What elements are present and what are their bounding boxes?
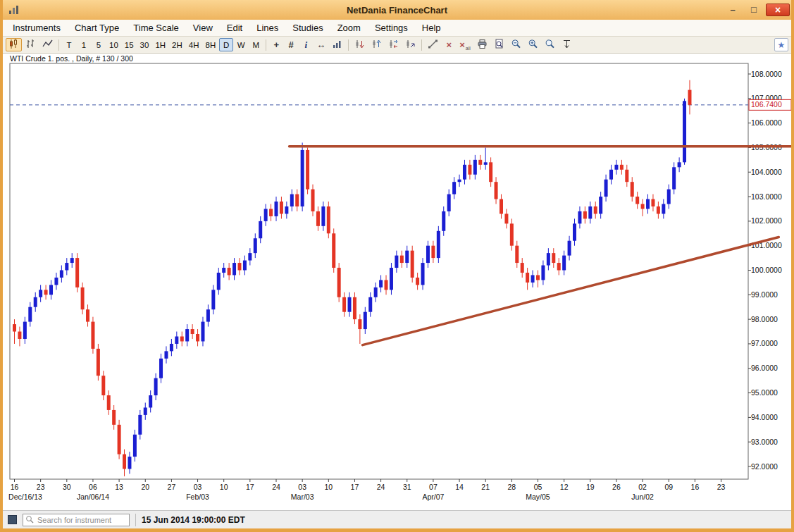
timeframe-daily-button[interactable]: D <box>219 38 233 51</box>
print-button[interactable] <box>474 38 490 51</box>
menu-studies[interactable]: Studies <box>285 20 330 35</box>
volume-button[interactable] <box>329 38 345 51</box>
candle-body <box>306 150 309 190</box>
candle-body <box>625 170 628 182</box>
menu-lines[interactable]: Lines <box>249 20 285 35</box>
minimize-button[interactable]: – <box>724 4 742 16</box>
chart-type-candlestick-button[interactable] <box>6 38 22 51</box>
chart-type-bars-button[interactable] <box>23 38 39 51</box>
timeframe-30m-button[interactable]: 30 <box>137 38 152 51</box>
scroll-chart-button[interactable]: ↔ <box>314 38 328 51</box>
candle-body <box>222 268 225 273</box>
timeframe-4h-button[interactable]: 4H <box>186 38 202 51</box>
ohlc-bars-icon <box>25 39 36 51</box>
timeframe-1m-button[interactable]: 1 <box>77 38 91 51</box>
favorites-button[interactable]: ★ <box>774 38 788 51</box>
print-preview-button[interactable] <box>491 38 507 51</box>
menu-time-scale[interactable]: Time Scale <box>126 20 186 35</box>
price-chart[interactable]: 92.000093.000094.000095.000096.000097.00… <box>3 54 791 510</box>
candle-body <box>657 206 660 214</box>
candle-body <box>531 275 535 282</box>
trend-line-tool-button[interactable] <box>425 38 441 51</box>
grid-button[interactable]: # <box>284 38 298 51</box>
zoom-out-button[interactable] <box>508 38 524 51</box>
chart-type-line-button[interactable] <box>39 38 56 51</box>
x-axis-label: 28 <box>508 483 516 491</box>
candle-body <box>91 322 94 349</box>
grid-icon: # <box>289 39 294 50</box>
candle-marker-tool-1-button[interactable] <box>352 38 368 51</box>
info-button[interactable]: i <box>299 38 313 51</box>
timeframe-8h-button[interactable]: 8H <box>203 38 219 51</box>
timeframe-15m-button[interactable]: 15 <box>122 38 137 51</box>
menubar: Instruments Chart Type Time Scale View E… <box>3 20 791 37</box>
menu-instruments[interactable]: Instruments <box>6 20 68 35</box>
timeframe-monthly-button[interactable]: M <box>249 38 263 51</box>
candle-body <box>573 223 576 240</box>
menu-settings[interactable]: Settings <box>368 20 415 35</box>
x-axis-label: 27 <box>168 483 176 491</box>
candle-body <box>269 209 273 216</box>
candle-body <box>180 336 184 341</box>
timeframe-tick-button[interactable]: T <box>62 38 76 51</box>
menu-help[interactable]: Help <box>415 20 448 35</box>
x-axis-label: 23 <box>37 483 45 491</box>
crosshair-button[interactable]: + <box>269 38 283 51</box>
menu-view[interactable]: View <box>186 20 220 35</box>
printer-icon <box>477 39 488 51</box>
menu-edit[interactable]: Edit <box>220 20 249 35</box>
x-axis-month-label: Jan/06/14 <box>77 493 109 501</box>
timeframe-weekly-button[interactable]: W <box>234 38 248 51</box>
candle-arrows-both-icon <box>388 39 399 51</box>
candle-body <box>49 285 53 295</box>
candle-body <box>264 209 268 221</box>
x-axis-label: 09 <box>664 483 673 491</box>
candle-body <box>311 190 315 211</box>
candle-body <box>468 165 471 175</box>
candle-body <box>651 199 655 206</box>
x-axis-month-label: Apr/07 <box>422 493 444 501</box>
separator <box>135 514 136 526</box>
zoom-in-button[interactable] <box>525 38 541 51</box>
chart-region: WTI Crude 1. pos. , Daily, # 130 / 300 9… <box>3 54 791 510</box>
remove-line-button[interactable]: × <box>442 38 456 51</box>
separator <box>266 39 266 51</box>
instrument-search-box[interactable] <box>23 514 130 526</box>
chart-instrument-label: WTI Crude 1. pos. , Daily, # 130 / 300 <box>10 54 133 63</box>
timeframe-1h-button[interactable]: 1H <box>152 38 168 51</box>
candle-body <box>60 271 63 278</box>
info-icon: i <box>304 39 307 51</box>
timeframe-10m-button[interactable]: 10 <box>106 38 121 51</box>
candle-marker-tool-4-button[interactable] <box>402 38 418 51</box>
menu-zoom[interactable]: Zoom <box>330 20 368 35</box>
x-axis-label: 14 <box>455 483 464 491</box>
line-chart-icon <box>42 39 53 51</box>
maximize-button[interactable]: □ <box>745 4 763 16</box>
x-axis-label: 24 <box>377 483 385 491</box>
timeframe-2h-button[interactable]: 2H <box>169 38 185 51</box>
close-button[interactable]: × <box>766 4 790 16</box>
candle-body <box>385 280 388 290</box>
auto-scale-button[interactable] <box>559 38 575 51</box>
candle-body <box>431 246 435 258</box>
candle-body <box>672 167 676 189</box>
candle-body <box>54 278 58 285</box>
x-axis-month-label: Mar/03 <box>291 493 314 501</box>
zoom-area-button[interactable] <box>542 38 558 51</box>
remove-all-lines-button[interactable]: ×all <box>457 38 473 51</box>
timeframe-5m-button[interactable]: 5 <box>92 38 106 51</box>
candle-body <box>458 180 461 182</box>
candle-marker-tool-2-button[interactable] <box>368 38 385 51</box>
titlebar[interactable]: NetDania FinanceChart – □ × <box>3 0 791 20</box>
volume-histogram-icon <box>332 39 342 51</box>
candle-body <box>353 297 356 319</box>
x-axis-month-label: Feb/03 <box>186 493 209 501</box>
x-axis-month-label: Jun/02 <box>631 493 654 501</box>
search-input[interactable] <box>36 515 127 525</box>
candle-marker-tool-3-button[interactable] <box>385 38 402 51</box>
menu-chart-type[interactable]: Chart Type <box>68 20 126 35</box>
x-axis-label: 13 <box>115 483 123 491</box>
statusbar: 15 Jun 2014 19:00:00 EDT <box>3 510 791 528</box>
x-axis-label: 12 <box>560 483 569 491</box>
candle-body <box>405 251 409 263</box>
